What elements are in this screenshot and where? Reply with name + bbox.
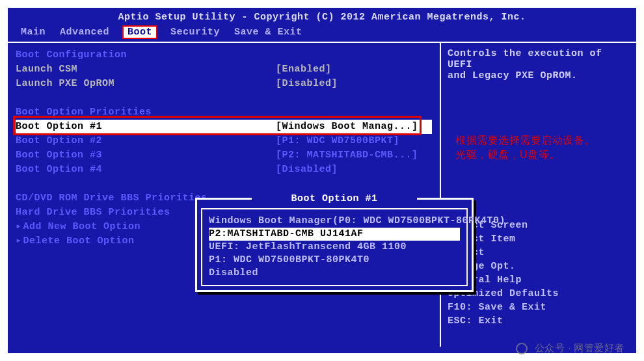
bios-window: Aptio Setup Utility - Copyright (C) 2012…	[7, 7, 637, 354]
tab-security[interactable]: Security	[170, 27, 220, 38]
boot-option-popup: Boot Option #1 Windows Boot Manager(P0: …	[195, 198, 474, 292]
label-boot-opt-3: Boot Option #3	[16, 148, 276, 163]
watermark-text: 公众号 · 网管爱好者	[535, 342, 624, 353]
annotation-line2: 光驱，硬盘，U盘等。	[455, 148, 595, 162]
heading-boot-config: Boot Configuration	[16, 48, 276, 62]
popup-opt-matshita[interactable]: P2:MATSHITABD-CMB UJ141AF	[209, 228, 460, 241]
row-launch-pxe[interactable]: Launch PXE OpROM [Disabled]	[16, 77, 432, 91]
row-boot-opt-2[interactable]: Boot Option #2 [P1: WDC WD7500BPKT]	[16, 134, 432, 148]
label-boot-opt-4: Boot Option #4	[16, 163, 276, 177]
value-boot-opt-1: [Windows Boot Manag...]	[276, 120, 418, 134]
help-desc-line1: Controls the execution of UEFI	[448, 48, 630, 70]
help-select-item: Select Item	[448, 232, 630, 246]
popup-options: Windows Boot Manager(P0: WDC WD7500BPKT-…	[201, 208, 468, 286]
help-esc-exit: ESC: Exit	[448, 314, 630, 328]
popup-opt-windows-boot-mgr[interactable]: Windows Boot Manager(P0: WDC WD7500BPKT-…	[209, 215, 460, 228]
popup-opt-uefi-jetflash[interactable]: UEFI: JetFlashTranscend 4GB 1100	[209, 241, 460, 254]
tab-advanced[interactable]: Advanced	[60, 27, 109, 38]
help-save-exit: F10: Save & Exit	[448, 301, 630, 314]
popup-title: Boot Option #1	[252, 193, 416, 204]
row-launch-csm[interactable]: Launch CSM [Enabled]	[16, 62, 432, 77]
help-general: General Help	[448, 273, 630, 287]
panel-right: Controls the execution of UEFI and Legac…	[441, 43, 636, 347]
value-boot-opt-3: [P2: MATSHITABD-CMB...]	[276, 148, 418, 163]
label-boot-opt-1: Boot Option #1	[16, 120, 276, 134]
row-boot-opt-4[interactable]: Boot Option #4 [Disabled]	[16, 163, 432, 177]
help-change-opt: Change Opt.	[448, 260, 630, 273]
popup-opt-wdc[interactable]: P1: WDC WD7500BPKT-80PK4T0	[209, 254, 460, 267]
label-boot-opt-2: Boot Option #2	[16, 134, 276, 148]
label-launch-pxe: Launch PXE OpROM	[16, 77, 276, 91]
value-boot-opt-2: [P1: WDC WD7500BPKT]	[276, 134, 399, 148]
value-launch-csm: [Enabled]	[276, 62, 332, 77]
help-keys: Select Screen Select Item Select Change …	[448, 219, 630, 328]
tab-save-exit[interactable]: Save & Exit	[234, 27, 302, 38]
label-launch-csm: Launch CSM	[16, 62, 276, 77]
tab-boot[interactable]: Boot	[122, 25, 157, 39]
heading-boot-priorities: Boot Option Priorities	[16, 105, 276, 120]
bios-title: Aptio Setup Utility - Copyright (C) 2012…	[8, 8, 636, 27]
row-boot-opt-1[interactable]: Boot Option #1 [Windows Boot Manag...]	[16, 120, 432, 134]
row-boot-opt-3[interactable]: Boot Option #3 [P2: MATSHITABD-CMB...]	[16, 148, 432, 163]
tab-main[interactable]: Main	[21, 27, 46, 38]
annotation-line1: 根据需要选择需要启动设备。	[455, 133, 595, 148]
help-defaults: Optimized Defaults	[448, 287, 630, 301]
help-select: Select	[448, 246, 630, 260]
wechat-logo-icon	[516, 343, 528, 354]
watermark: 公众号 · 网管爱好者	[516, 342, 624, 354]
value-launch-pxe: [Disabled]	[276, 77, 338, 91]
annotation-text: 根据需要选择需要启动设备。 光驱，硬盘，U盘等。	[455, 133, 595, 162]
menu-bar: Main Advanced Boot Security Save & Exit	[8, 27, 636, 42]
value-boot-opt-4: [Disabled]	[276, 163, 338, 177]
help-desc-line2: and Legacy PXE OpROM.	[448, 70, 630, 81]
popup-opt-disabled[interactable]: Disabled	[209, 267, 460, 280]
